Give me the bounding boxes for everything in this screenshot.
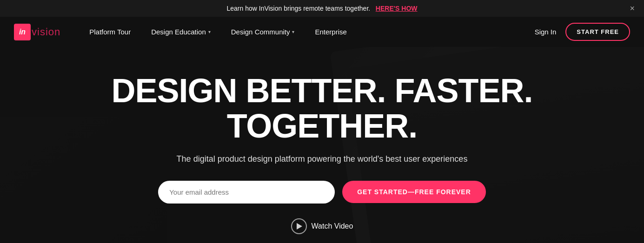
get-started-button[interactable]: GET STARTED—FREE FOREVER bbox=[342, 181, 486, 203]
start-free-button[interactable]: START FREE bbox=[565, 23, 630, 41]
announcement-bar: Learn how InVision brings remote teams t… bbox=[0, 0, 644, 17]
logo-text: vision bbox=[32, 26, 60, 38]
hero-content: DESIGN BETTER. FASTER. TOGETHER. The dig… bbox=[43, 55, 601, 243]
announcement-cta[interactable]: HERE'S HOW bbox=[376, 5, 418, 12]
email-input[interactable] bbox=[158, 181, 335, 204]
nav-design-education[interactable]: Design Education ▾ bbox=[141, 17, 221, 47]
watch-video-label: Watch Video bbox=[312, 222, 353, 230]
hero-title: DESIGN BETTER. FASTER. TOGETHER. bbox=[53, 73, 592, 144]
logo-icon: in bbox=[14, 24, 31, 40]
nav-enterprise[interactable]: Enterprise bbox=[305, 17, 357, 47]
nav-platform-tour[interactable]: Platform Tour bbox=[79, 17, 141, 47]
play-circle-icon bbox=[291, 218, 307, 234]
hero-subtitle: The digital product design platform powe… bbox=[53, 154, 592, 164]
nav-links: Platform Tour Design Education ▾ Design … bbox=[79, 17, 534, 47]
logo[interactable]: in vision bbox=[14, 24, 60, 40]
navigation: in vision Platform Tour Design Education… bbox=[0, 17, 644, 47]
design-community-chevron: ▾ bbox=[292, 29, 294, 34]
hero-cta: GET STARTED—FREE FOREVER bbox=[53, 181, 592, 204]
nav-right: Sign In START FREE bbox=[535, 23, 630, 41]
nav-design-community[interactable]: Design Community ▾ bbox=[221, 17, 305, 47]
sign-in-link[interactable]: Sign In bbox=[535, 28, 557, 36]
hero-section: DESIGN BETTER. FASTER. TOGETHER. The dig… bbox=[0, 47, 644, 243]
watch-video[interactable]: Watch Video bbox=[53, 218, 592, 234]
play-triangle-icon bbox=[297, 223, 302, 230]
announcement-text: Learn how InVision brings remote teams t… bbox=[226, 5, 370, 12]
announcement-close[interactable]: × bbox=[630, 4, 635, 13]
design-education-chevron: ▾ bbox=[208, 29, 211, 34]
